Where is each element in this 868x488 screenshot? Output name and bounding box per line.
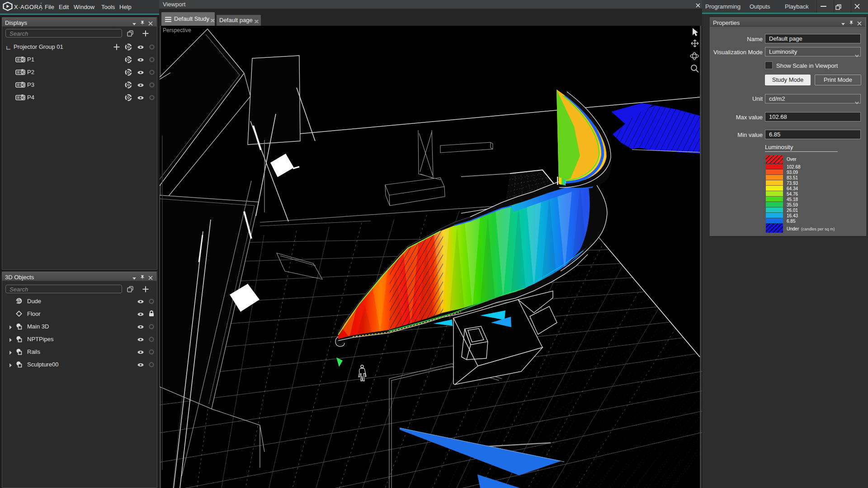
svg-text:Perspective: Perspective (163, 27, 191, 33)
